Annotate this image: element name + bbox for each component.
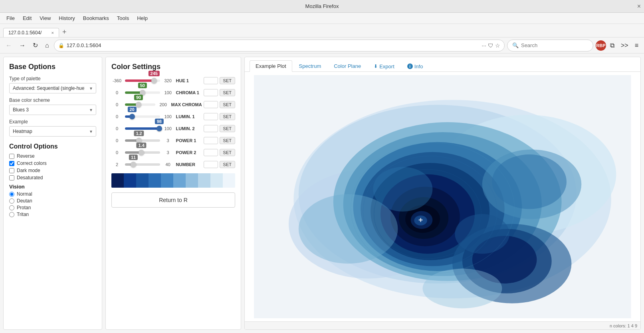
maxchroma-thumb[interactable]: 90 bbox=[136, 102, 141, 107]
browser-tab-active[interactable]: 127.0.0.1:5604/ × bbox=[3, 28, 59, 37]
base-options-title: Base Options bbox=[9, 63, 96, 71]
number-label-wrap: NUMBER SET bbox=[176, 161, 235, 168]
lumin1-thumb[interactable]: 20 bbox=[129, 114, 135, 119]
hue1-input[interactable] bbox=[204, 77, 218, 84]
hue1-thumb[interactable]: 245 bbox=[151, 78, 157, 83]
extensions-button[interactable]: >> bbox=[618, 40, 631, 51]
lumin2-max: 100 bbox=[162, 126, 174, 131]
return-to-r-button[interactable]: Return to R bbox=[111, 192, 235, 208]
protan-radio[interactable] bbox=[9, 205, 14, 210]
chroma1-input[interactable] bbox=[204, 89, 218, 96]
chroma1-max: 100 bbox=[162, 90, 174, 95]
tab-label: 127.0.0.1:5604/ bbox=[8, 30, 42, 36]
protan-radio-row: Protan bbox=[9, 205, 96, 210]
lumin1-input[interactable] bbox=[204, 113, 218, 120]
svg-point-22 bbox=[492, 155, 567, 209]
hue1-track: 245 bbox=[125, 79, 160, 82]
power1-input[interactable] bbox=[204, 137, 218, 144]
new-tab-button[interactable]: + bbox=[59, 28, 70, 36]
power1-min: 0 bbox=[111, 138, 123, 143]
deutan-label: Deutan bbox=[17, 198, 32, 204]
swatch-9 bbox=[210, 173, 223, 188]
lumin1-max: 100 bbox=[162, 114, 174, 119]
chroma1-set-button[interactable]: SET bbox=[220, 89, 235, 96]
lumin1-slider-row: 0 20 100 LUMIN. 1 SET bbox=[111, 113, 235, 121]
back-button[interactable]: ← bbox=[3, 40, 14, 51]
swatch-4 bbox=[149, 173, 161, 188]
menu-bookmarks[interactable]: Bookmarks bbox=[80, 14, 112, 22]
correct-colors-label: Correct colors bbox=[17, 161, 47, 166]
bookmark-icon[interactable]: ☆ bbox=[495, 42, 500, 49]
menu-edit[interactable]: Edit bbox=[20, 14, 35, 22]
number-label: NUMBER bbox=[176, 162, 202, 167]
power2-input[interactable] bbox=[204, 149, 218, 156]
power2-set-button[interactable]: SET bbox=[220, 149, 235, 156]
hue1-badge: 245 bbox=[149, 71, 160, 76]
number-input[interactable] bbox=[204, 161, 218, 168]
hue1-max: 320 bbox=[162, 78, 174, 83]
desaturated-checkbox[interactable] bbox=[9, 175, 14, 180]
tab-export[interactable]: ⬇ Export bbox=[368, 60, 400, 72]
reverse-checkbox[interactable] bbox=[9, 154, 14, 159]
dark-mode-checkbox[interactable] bbox=[9, 168, 14, 173]
toolbar: ← → ↻ ⌂ 🔒 127.0.0.1:5604 ··· 🛡 ☆ 🔍 RBP ⧉… bbox=[0, 38, 644, 54]
maxchroma-set-button[interactable]: SET bbox=[220, 101, 235, 108]
normal-radio[interactable] bbox=[9, 192, 14, 197]
tab-example-plot[interactable]: Example Plot bbox=[250, 60, 292, 72]
lumin1-label-wrap: LUMIN. 1 SET bbox=[176, 113, 235, 120]
maxchroma-input[interactable] bbox=[204, 101, 218, 108]
tab-color-plane[interactable]: Color Plane bbox=[328, 60, 367, 72]
address-bar[interactable]: 🔒 127.0.0.1:5604 ··· 🛡 ☆ bbox=[54, 40, 505, 52]
forward-button[interactable]: → bbox=[17, 40, 28, 51]
menu-view[interactable]: View bbox=[36, 14, 54, 22]
color-scheme-select[interactable]: Blues 3 bbox=[9, 105, 96, 115]
number-set-button[interactable]: SET bbox=[220, 161, 235, 168]
power2-thumb[interactable]: 1.4 bbox=[139, 150, 144, 155]
menu-button[interactable]: ≡ bbox=[632, 40, 641, 51]
more-icon[interactable]: ··· bbox=[482, 42, 486, 49]
lumin2-thumb[interactable]: 98 bbox=[157, 126, 162, 131]
split-view-button[interactable]: ⧉ bbox=[608, 40, 617, 51]
search-input[interactable] bbox=[521, 42, 588, 48]
tab-info[interactable]: i Info bbox=[401, 60, 429, 72]
menu-history[interactable]: History bbox=[55, 14, 78, 22]
lumin1-set-button[interactable]: SET bbox=[220, 113, 235, 120]
svg-point-26 bbox=[373, 167, 433, 212]
correct-colors-checkbox[interactable] bbox=[9, 161, 14, 166]
tritan-radio[interactable] bbox=[9, 212, 14, 217]
lumin2-set-button[interactable]: SET bbox=[220, 125, 235, 132]
deutan-radio[interactable] bbox=[9, 198, 14, 204]
search-bar[interactable]: 🔍 bbox=[507, 40, 593, 52]
reload-button[interactable]: ↻ bbox=[30, 40, 40, 51]
power1-set-button[interactable]: SET bbox=[220, 137, 235, 144]
lumin1-track: 20 bbox=[125, 115, 160, 118]
menu-tools[interactable]: Tools bbox=[114, 14, 132, 22]
home-button[interactable]: ⌂ bbox=[43, 40, 52, 51]
menu-file[interactable]: File bbox=[3, 14, 18, 22]
tab-close-button[interactable]: × bbox=[52, 30, 54, 35]
hue1-set-button[interactable]: SET bbox=[220, 77, 235, 84]
lumin2-input[interactable] bbox=[204, 125, 218, 132]
power1-slider-row: 0 1.2 3 POWER 1 SET bbox=[111, 137, 235, 145]
pocket-icon[interactable]: 🛡 bbox=[488, 42, 493, 49]
hue1-min: -360 bbox=[111, 78, 123, 83]
lumin1-label: LUMIN. 1 bbox=[176, 114, 202, 119]
chroma1-slider-row: 0 50 100 CHROMA 1 SET bbox=[111, 89, 235, 97]
example-select[interactable]: Heatmap bbox=[9, 126, 96, 137]
menu-help[interactable]: Help bbox=[134, 14, 151, 22]
number-badge: 11 bbox=[129, 155, 138, 160]
main-area: Base Options Type of palette Advanced: S… bbox=[0, 54, 644, 333]
swatch-10 bbox=[223, 173, 235, 188]
desaturated-label: Desaturated bbox=[17, 175, 43, 180]
profile-button[interactable]: RBP bbox=[596, 40, 606, 51]
palette-type-select[interactable]: Advanced: Sequential (single-hue) bbox=[9, 83, 96, 93]
reverse-checkbox-row: Reverse bbox=[9, 153, 96, 159]
search-icon: 🔍 bbox=[512, 42, 519, 48]
number-thumb[interactable]: 11 bbox=[131, 162, 136, 167]
tab-spectrum[interactable]: Spectrum bbox=[293, 60, 327, 72]
power2-badge: 1.4 bbox=[137, 143, 147, 148]
window-close-button[interactable]: × bbox=[637, 3, 641, 10]
right-panel: Example Plot Spectrum Color Plane ⬇ Expo… bbox=[244, 57, 641, 330]
swatch-2 bbox=[124, 173, 136, 188]
svg-point-24 bbox=[423, 269, 502, 308]
